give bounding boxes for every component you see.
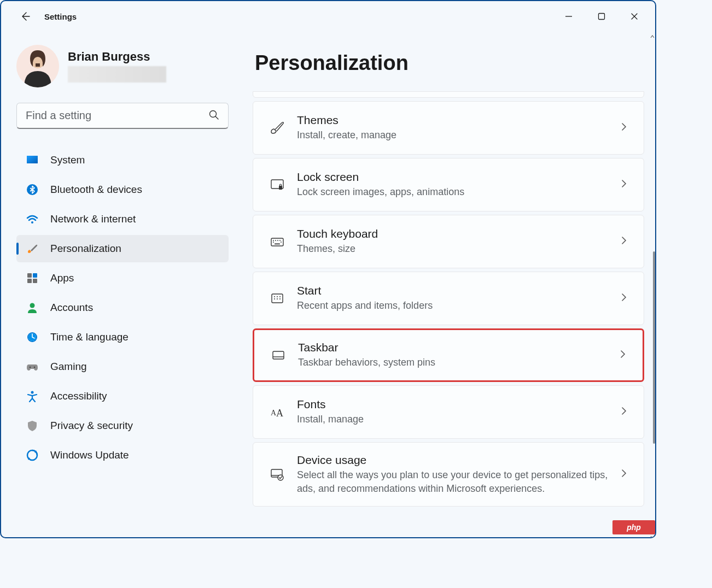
svg-point-42 [279,298,281,299]
card-subtitle: Select all the ways you plan to use your… [297,468,620,495]
clock-globe-icon [26,331,38,343]
sidebar-item-system[interactable]: System [16,146,229,174]
chevron-right-icon [620,122,628,133]
profile-section[interactable]: Brian Burgess [16,45,229,87]
search-box[interactable] [16,103,229,129]
svg-point-40 [274,298,275,299]
svg-point-31 [277,240,278,241]
search-input[interactable] [26,109,219,122]
titlebar: Settings [1,1,655,32]
paintbrush-icon [26,243,38,255]
taskbar-icon [269,348,288,363]
scrollbar[interactable] [650,34,655,537]
card-start[interactable]: Start Recent apps and items, folders [253,272,644,325]
main-panel: Personalization Themes Install, create, … [242,32,655,537]
window-controls [552,5,651,27]
card-themes[interactable]: Themes Install, create, manage [253,101,644,155]
watermark-text: php [627,523,641,532]
svg-point-10 [31,221,33,224]
sidebar-item-label: Bluetooth & devices [50,184,142,196]
sidebar-item-label: Accounts [50,302,93,314]
card-deviceusage[interactable]: Device usage Select all the ways you pla… [253,442,644,507]
chevron-right-icon [620,236,628,247]
card-title: Taskbar [298,341,618,354]
bluetooth-icon [26,184,38,196]
sidebar: Brian Burgess System Bluetooth & devices [1,32,242,537]
card-subtitle: Taskbar behaviors, system pins [298,356,618,369]
card-partial-above[interactable] [253,91,644,98]
gamepad-icon [26,361,38,373]
wifi-icon [26,213,38,225]
card-taskbar[interactable]: Taskbar Taskbar behaviors, system pins [253,328,644,382]
svg-point-33 [273,242,274,243]
card-text: Themes Install, create, manage [297,114,620,142]
scroll-track[interactable] [650,39,655,534]
svg-point-29 [273,240,274,241]
card-title: Touch keyboard [297,227,620,240]
shield-icon [26,420,38,432]
minimize-button[interactable] [552,5,585,27]
settings-window: Settings Brian Burgess [0,0,656,538]
scroll-thumb[interactable] [653,251,655,444]
chevron-right-icon [620,179,628,190]
sidebar-item-bluetooth[interactable]: Bluetooth & devices [16,176,229,203]
svg-point-20 [30,367,31,368]
maximize-icon [598,13,605,20]
svg-rect-13 [27,279,32,283]
start-icon [267,291,287,306]
back-button[interactable] [15,7,35,26]
card-title: Start [297,284,620,297]
sidebar-item-label: Accessibility [50,390,107,402]
card-title: Device usage [297,454,620,467]
svg-rect-27 [279,186,282,190]
svg-point-22 [31,391,34,394]
sidebar-item-update[interactable]: Windows Update [16,442,229,469]
sidebar-item-gaming[interactable]: Gaming [16,353,229,380]
svg-rect-14 [33,279,37,283]
fonts-icon: AA [267,404,287,420]
profile-email-redacted [68,66,166,83]
card-title: Fonts [297,398,620,411]
chevron-right-icon [620,469,628,480]
svg-rect-4 [36,63,40,67]
sidebar-item-apps[interactable]: Apps [16,264,229,292]
device-usage-icon [267,467,287,482]
arrow-left-icon [20,11,31,22]
scroll-up-icon[interactable] [650,34,655,39]
maximize-button[interactable] [585,5,618,27]
apps-icon [26,272,38,284]
svg-rect-8 [27,156,38,163]
card-fonts[interactable]: AA Fonts Install, manage [253,385,644,439]
person-icon [26,302,38,314]
scroll-down-icon[interactable] [650,534,655,537]
sidebar-item-privacy[interactable]: Privacy & security [16,412,229,439]
card-text: Start Recent apps and items, folders [297,284,620,312]
update-icon [26,449,38,461]
watermark-badge: php [612,520,655,534]
svg-point-32 [279,240,281,241]
card-title: Themes [297,114,620,127]
svg-rect-35 [275,244,280,245]
svg-rect-43 [273,351,284,359]
sidebar-item-personalization[interactable]: Personalization [16,235,229,262]
avatar [16,45,59,87]
card-touchkeyboard[interactable]: Touch keyboard Themes, size [253,215,644,268]
sidebar-item-accessibility[interactable]: Accessibility [16,383,229,410]
card-lockscreen[interactable]: Lock screen Lock screen images, apps, an… [253,158,644,211]
sidebar-item-label: Gaming [50,361,87,373]
svg-line-6 [215,116,218,119]
sidebar-item-label: System [50,154,85,166]
sidebar-item-time[interactable]: Time & language [16,324,229,351]
card-text: Fonts Install, manage [297,398,620,426]
sidebar-item-label: Network & internet [50,213,136,225]
sidebar-item-accounts[interactable]: Accounts [16,294,229,321]
sidebar-item-network[interactable]: Network & internet [16,205,229,233]
sidebar-item-label: Time & language [50,331,129,343]
svg-point-37 [274,296,275,297]
svg-point-15 [30,303,35,308]
close-button[interactable] [618,5,651,27]
svg-point-21 [34,367,36,368]
svg-point-39 [279,296,281,297]
svg-text:A: A [276,408,283,419]
sidebar-item-label: Apps [50,272,74,284]
